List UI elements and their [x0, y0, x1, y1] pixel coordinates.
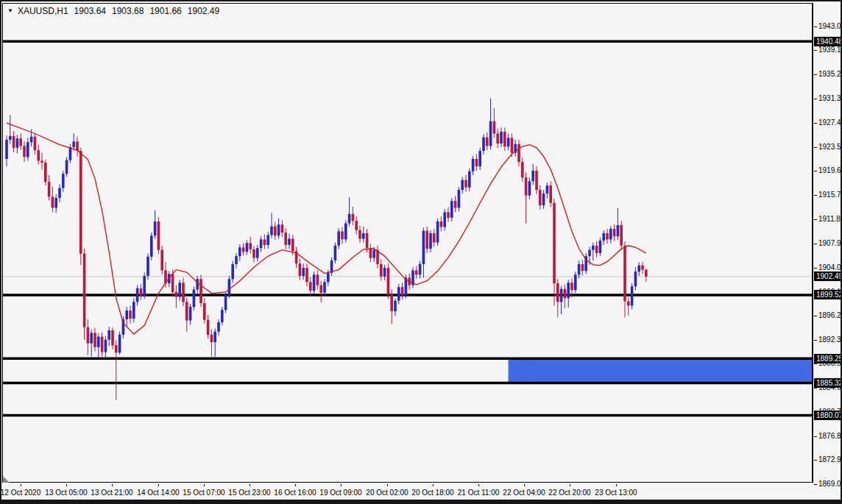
- price-tick-label: 1927.40: [814, 118, 842, 127]
- candle-body: [129, 310, 132, 319]
- candle-body: [154, 221, 157, 235]
- candle-body: [425, 231, 428, 249]
- candle-body: [574, 274, 577, 290]
- candle-body: [570, 283, 573, 290]
- price-tick-label: 1915.70: [814, 190, 842, 199]
- candle-body: [62, 174, 65, 188]
- candle-body: [111, 330, 114, 345]
- candle-body: [274, 227, 277, 236]
- candle-body: [48, 182, 51, 196]
- low-value: 1901.66: [149, 6, 181, 16]
- candle-body: [539, 190, 542, 205]
- candle-body: [627, 302, 630, 306]
- candle-body: [458, 190, 461, 207]
- candle-body: [631, 286, 634, 305]
- candle-body: [189, 307, 192, 321]
- open-value: 1903.64: [74, 6, 106, 16]
- candle-body: [436, 221, 439, 243]
- zone-rectangle[interactable]: [509, 358, 813, 383]
- candle-body: [284, 233, 287, 245]
- candle-body: [472, 159, 475, 171]
- candle-body: [302, 268, 305, 276]
- candle-body: [609, 229, 612, 239]
- candle-body: [422, 231, 425, 264]
- price-tick-mark: [814, 484, 817, 485]
- time-tick-mark: [341, 484, 342, 486]
- candle-body: [252, 249, 255, 258]
- candle-body: [634, 271, 637, 286]
- candle-body: [355, 221, 358, 230]
- chart-title: ▼ XAUUSD,H1 1903.64 1903.68 1901.66 1902…: [7, 6, 219, 16]
- candle-body: [366, 233, 369, 248]
- candle-body: [419, 264, 422, 274]
- candle-body: [26, 142, 29, 157]
- candle-body: [37, 150, 40, 160]
- candle-body: [602, 233, 605, 241]
- time-tick-mark: [21, 484, 21, 486]
- candle-body: [645, 269, 648, 277]
- candle-body: [143, 276, 146, 296]
- price-level-badge: 1880.07: [814, 411, 841, 420]
- candle-body: [553, 203, 556, 283]
- chart-plot-area[interactable]: [2, 3, 813, 483]
- candle-body: [478, 151, 481, 166]
- candle-body: [52, 196, 54, 207]
- candle-body: [521, 162, 524, 177]
- candle-body: [564, 289, 567, 299]
- price-tick-mark: [814, 388, 817, 388]
- price-tick-label: 1896.20: [814, 310, 842, 320]
- candle-body: [415, 270, 418, 274]
- current-price-badge: 1902.49: [814, 271, 841, 281]
- candle-body: [150, 235, 153, 257]
- price-level-badge: 1899.52: [814, 290, 841, 299]
- candle-body: [362, 233, 365, 239]
- price-axis[interactable]: 1943.001939.101935.201931.301927.401923.…: [814, 3, 841, 483]
- candle-body: [256, 248, 259, 258]
- candle-body: [334, 246, 337, 260]
- symbol-dropdown-triangle-icon[interactable]: ▼: [7, 7, 13, 14]
- candle-body: [207, 320, 210, 335]
- candle-body: [44, 163, 47, 182]
- time-tick-mark: [295, 484, 296, 486]
- price-tick-mark: [814, 99, 817, 99]
- candle-body: [238, 247, 241, 256]
- candle-body: [171, 274, 174, 292]
- time-axis[interactable]: 12 Oct 202013 Oct 05:0013 Oct 21:0014 Oc…: [2, 484, 814, 500]
- price-tick-mark: [814, 436, 817, 437]
- price-tick-mark: [814, 147, 817, 148]
- candle-body: [118, 335, 121, 352]
- candle-body: [511, 138, 514, 152]
- candle-body: [182, 283, 185, 302]
- candle-body: [72, 141, 75, 147]
- candle-body: [390, 294, 393, 311]
- candle-body: [581, 264, 584, 271]
- candle-body: [613, 229, 616, 236]
- candle-body: [503, 132, 506, 146]
- candle-body: [19, 138, 22, 146]
- candle-body: [468, 171, 471, 188]
- high-value: 1903.68: [112, 6, 144, 16]
- candle-body: [372, 250, 375, 258]
- candle-body: [440, 221, 443, 227]
- candle-body: [447, 212, 450, 218]
- candle-body: [309, 282, 312, 291]
- candle-body: [429, 233, 432, 249]
- time-tick-mark: [204, 484, 205, 486]
- candle-body: [291, 239, 294, 252]
- price-tick-mark: [814, 123, 817, 124]
- candle-body: [525, 177, 528, 195]
- candle-body: [528, 181, 531, 195]
- candle-body: [358, 230, 361, 239]
- candle-body: [54, 198, 57, 208]
- candle-body: [578, 264, 581, 274]
- time-tick-mark: [570, 484, 570, 486]
- candle-body: [486, 138, 489, 146]
- candle-body: [242, 247, 245, 252]
- candle-body: [34, 137, 37, 151]
- price-tick-label: 1911.80: [814, 214, 842, 224]
- candle-body: [482, 138, 485, 152]
- candle-body: [623, 246, 626, 302]
- price-tick-label: 1923.50: [814, 142, 842, 152]
- price-level-badge: 1940.48: [814, 37, 841, 46]
- price-tick-label: 1943.00: [814, 21, 842, 31]
